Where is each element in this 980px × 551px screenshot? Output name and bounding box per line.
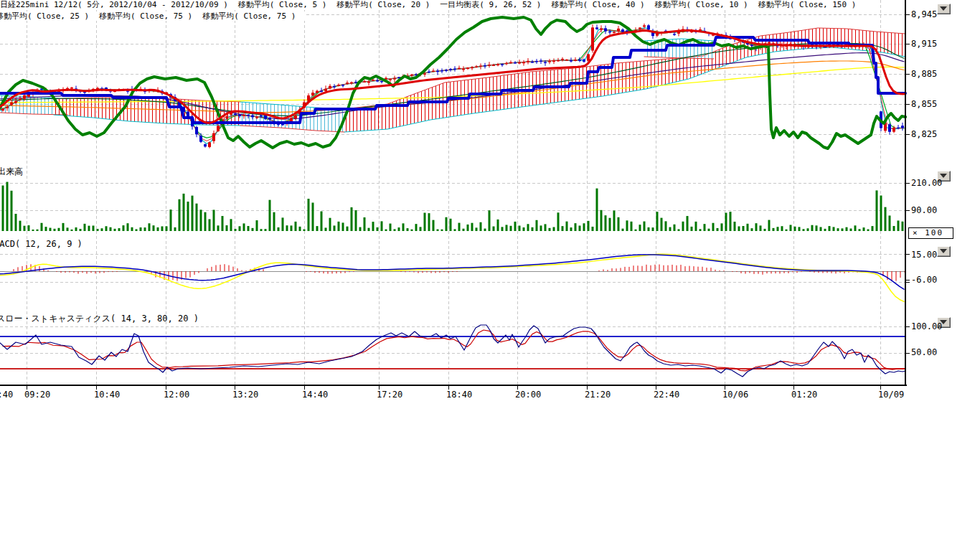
indicator-label: 移動平均( Close, 40 ) bbox=[551, 0, 644, 9]
time-axis-label: 12:00 bbox=[164, 390, 189, 400]
indicator-label: 一目均衡表( 9, 26, 52 ) bbox=[440, 0, 541, 9]
time-axis-label: 01:20 bbox=[791, 390, 817, 400]
arrow-down-icon bbox=[940, 249, 947, 253]
arrow-down-icon bbox=[940, 6, 947, 11]
header-line-1: 日経225mini 12/12( 5分, 2012/10/04 - 2012/1… bbox=[0, 0, 866, 9]
main-pane-scroll-button[interactable] bbox=[937, 4, 951, 14]
time-axis-label: 10:40 bbox=[94, 390, 120, 400]
time-axis-label: 10/09 bbox=[878, 390, 904, 400]
chart-application-window: 日経225mini 12/12( 5分, 2012/10/04 - 2012/1… bbox=[0, 0, 980, 551]
indicator-label: 移動平均( Close, 75 ) bbox=[99, 11, 192, 21]
price-axis-label: 8,945 bbox=[911, 9, 937, 19]
time-axis-label: 14:40 bbox=[302, 390, 328, 400]
indicator-label: 移動平均( Close, 25 ) bbox=[0, 11, 89, 21]
price-axis-label: 8,915 bbox=[911, 39, 937, 49]
price-axis-label: 8,825 bbox=[911, 129, 937, 139]
axis-layer bbox=[0, 0, 910, 390]
time-axis-label: 22:40 bbox=[654, 390, 679, 400]
macd-axis-label: 15.00 bbox=[911, 250, 937, 260]
volume-axis-label: 90.00 bbox=[911, 205, 937, 215]
macd-pane-scroll-button[interactable] bbox=[937, 246, 951, 257]
volume-multiplier-badge: × 100 bbox=[908, 227, 953, 239]
macd-pane-label: MACD( 12, 26, 9 ) bbox=[0, 239, 83, 249]
time-axis-label: 13:20 bbox=[232, 390, 258, 400]
volume-pane-label: 出来高 bbox=[0, 166, 23, 178]
price-axis-label: 8,885 bbox=[911, 69, 937, 79]
indicator-label: 移動平均( Close, 5 ) bbox=[238, 0, 326, 9]
time-axis-label: 18:40 bbox=[446, 390, 472, 400]
indicator-label: 移動平均( Close, 75 ) bbox=[202, 11, 296, 21]
price-axis-label: 8,855 bbox=[911, 99, 937, 109]
macd-axis-label: -6.00 bbox=[911, 275, 937, 285]
header-line-2: 移動平均( Close, 25 )移動平均( Close, 75 )移動平均( … bbox=[0, 11, 306, 21]
stoch-axis-label: 100.00 bbox=[911, 321, 942, 331]
indicator-label: 移動平均( Close, 10 ) bbox=[655, 0, 748, 9]
time-axis-label: 17:20 bbox=[377, 390, 402, 400]
time-axis-label: 10/06 bbox=[722, 390, 748, 400]
time-axis-label: 21:20 bbox=[585, 390, 611, 400]
time-axis-label: 08:40 bbox=[0, 390, 13, 400]
volume-axis-label: 210.00 bbox=[911, 178, 942, 188]
time-axis-label: 09:20 bbox=[24, 390, 50, 400]
stoch-axis-label: 50.00 bbox=[911, 347, 937, 357]
time-axis-label: 20:00 bbox=[515, 390, 541, 400]
chart-title: 日経225mini 12/12( 5分, 2012/10/04 - 2012/1… bbox=[0, 0, 228, 9]
volume-layer bbox=[2, 182, 904, 231]
indicator-label: 移動平均( Close, 150 ) bbox=[758, 0, 857, 9]
stochastics-layer bbox=[0, 325, 905, 377]
stoch-pane-label: スロー・ストキャスティクス( 14, 3, 80, 20 ) bbox=[0, 313, 199, 325]
chart-canvas[interactable] bbox=[0, 0, 980, 551]
indicator-label: 移動平均( Close, 20 ) bbox=[336, 0, 430, 9]
macd-layer bbox=[0, 254, 905, 301]
